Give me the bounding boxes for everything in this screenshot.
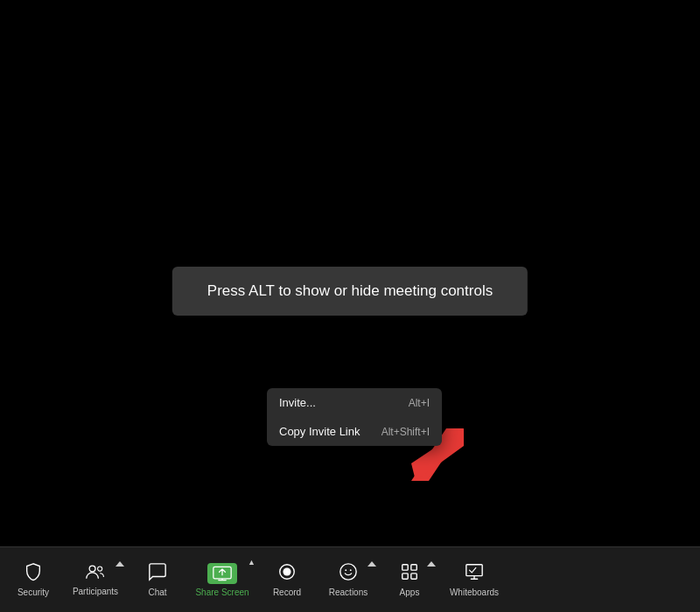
apps-caret[interactable] [425,558,438,570]
apps-icon [400,562,419,584]
alt-tooltip-text: Press ALT to show or hide meeting contro… [207,282,493,299]
toolbar-item-chat[interactable]: Chat [128,547,187,612]
apps-label: Apps [400,588,420,597]
svg-rect-10 [402,565,408,570]
share-screen-icon-wrapper [207,563,237,584]
svg-point-7 [340,564,356,580]
svg-point-5 [283,567,290,575]
context-menu-invite[interactable]: Invite... Alt+I [267,388,442,417]
svg-point-9 [350,569,352,571]
participants-label: Participants [73,587,118,596]
svg-point-2 [89,566,95,572]
svg-rect-13 [411,574,416,579]
chat-label: Chat [148,588,166,597]
context-menu: Invite... Alt+I Copy Invite Link Alt+Shi… [267,388,442,446]
svg-rect-11 [411,565,416,570]
main-video-area: Press ALT to show or hide meeting contro… [0,0,700,546]
record-label: Record [273,588,301,597]
svg-rect-12 [402,574,408,579]
record-icon [277,562,297,584]
whiteboards-icon [465,562,484,584]
svg-point-3 [98,567,102,571]
meeting-toolbar: Security Participants Chat [0,546,700,612]
security-label: Security [18,588,49,597]
reactions-icon [339,562,358,584]
security-icon [24,562,43,584]
invite-shortcut: Alt+I [409,397,430,409]
toolbar-item-security[interactable]: Security [4,547,63,612]
copy-invite-label: Copy Invite Link [279,425,360,438]
toolbar-item-record[interactable]: Record [257,547,317,612]
invite-label: Invite... [279,396,316,409]
toolbar-item-apps[interactable]: Apps [380,547,439,612]
toolbar-item-participants[interactable]: Participants [63,547,128,612]
toolbar-item-share-screen[interactable]: Share Screen ▲ [187,547,257,612]
svg-point-8 [345,569,346,571]
share-screen-caret[interactable]: ▲ [248,558,256,567]
alt-tooltip: Press ALT to show or hide meeting contro… [172,267,528,316]
context-menu-copy-invite[interactable]: Copy Invite Link Alt+Shift+I [267,417,442,446]
chat-icon [148,562,167,584]
participants-caret[interactable] [114,558,126,570]
toolbar-item-whiteboards[interactable]: Whiteboards [439,547,509,612]
reactions-caret[interactable] [366,558,378,570]
participants-icon [85,563,106,583]
reactions-label: Reactions [329,588,368,597]
share-screen-label: Share Screen [195,588,248,597]
copy-invite-shortcut: Alt+Shift+I [382,426,430,438]
toolbar-item-reactions[interactable]: Reactions [317,547,380,612]
whiteboards-label: Whiteboards [450,588,499,597]
